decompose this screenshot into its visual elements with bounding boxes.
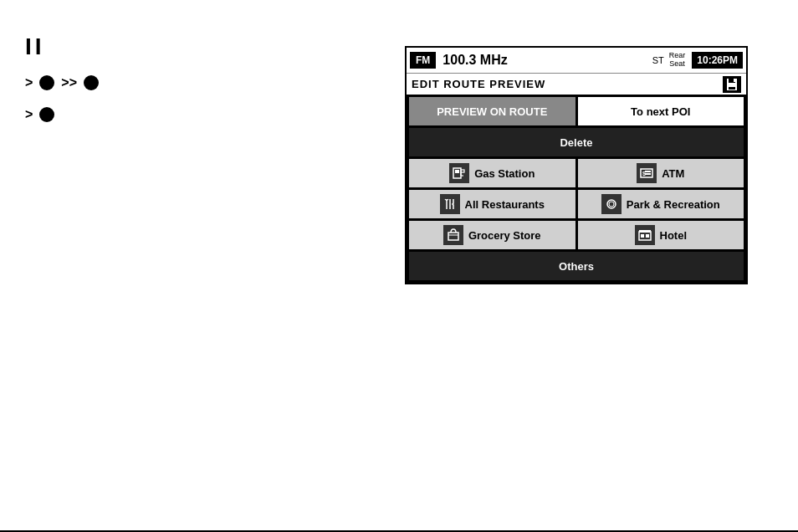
grocery-store-button[interactable]: Grocery Store	[409, 221, 575, 249]
svg-rect-22	[641, 234, 644, 238]
circle-filled-icon-2	[84, 75, 99, 90]
title-bar: EDIT ROUTE PREVIEW	[407, 73, 746, 95]
atm-icon: $	[637, 163, 657, 183]
hotel-icon	[635, 225, 655, 245]
row-2: Delete	[409, 128, 744, 156]
svg-rect-21	[639, 230, 651, 233]
nav-line-1: > >>	[25, 75, 376, 90]
header-bar: FM 100.3 MHz ST Rear Seat 10:26PM	[407, 48, 746, 73]
row-4: All Restaurants Park & Recreation	[409, 190, 744, 218]
left-content: II > >> >	[25, 33, 376, 139]
circle-filled-icon-1	[39, 75, 54, 90]
row-3: Gas Station $ ATM	[409, 159, 744, 187]
rear-seat-label: Rear Seat	[669, 52, 686, 69]
circle-filled-icon-3	[39, 107, 54, 122]
svg-rect-7	[461, 170, 464, 172]
atm-button[interactable]: $ ATM	[578, 159, 744, 187]
svg-rect-13	[645, 173, 651, 175]
park-recreation-button[interactable]: Park & Recreation	[578, 190, 744, 218]
screen-title: EDIT ROUTE PREVIEW	[412, 78, 545, 90]
all-restaurants-button[interactable]: All Restaurants	[409, 190, 575, 218]
preview-on-route-button[interactable]: PREVIEW ON ROUTE	[409, 97, 575, 125]
others-button[interactable]: Others	[409, 252, 744, 280]
menu-grid: PREVIEW ON ROUTE To next POI Delete	[407, 95, 746, 283]
row-6: Others	[409, 252, 744, 280]
svg-rect-12	[645, 171, 651, 172]
arrow-right-icon: >	[25, 75, 33, 90]
park-icon	[601, 194, 622, 214]
fast-forward-icon: >>	[61, 75, 77, 90]
arrow-right-small-icon: >	[25, 107, 33, 122]
gas-station-button[interactable]: Gas Station	[409, 159, 575, 187]
svg-rect-2	[734, 79, 735, 82]
row-1: PREVIEW ON ROUTE To next POI	[409, 97, 744, 125]
delete-button[interactable]: Delete	[409, 128, 744, 156]
hotel-button[interactable]: Hotel	[578, 221, 744, 249]
svg-rect-18	[448, 233, 458, 240]
pause-symbol: II	[25, 33, 376, 60]
svg-rect-6	[455, 170, 459, 173]
nav-line-2: >	[25, 107, 376, 122]
row-5: Grocery Store Hotel	[409, 221, 744, 249]
gas-station-icon	[449, 163, 469, 183]
restaurant-icon	[440, 194, 460, 214]
svg-rect-4	[729, 87, 735, 90]
save-button[interactable]	[723, 76, 741, 93]
svg-rect-23	[646, 234, 649, 238]
frequency-display: 100.3 MHz	[442, 53, 648, 68]
next-poi-button[interactable]: To next POI	[578, 97, 744, 125]
st-label: ST	[652, 55, 664, 65]
grocery-icon	[443, 225, 463, 245]
navigation-screen: FM 100.3 MHz ST Rear Seat 10:26PM EDIT R…	[405, 46, 748, 284]
time-display: 10:26PM	[692, 52, 743, 69]
fm-badge: FM	[410, 52, 436, 69]
svg-point-17	[609, 202, 614, 207]
